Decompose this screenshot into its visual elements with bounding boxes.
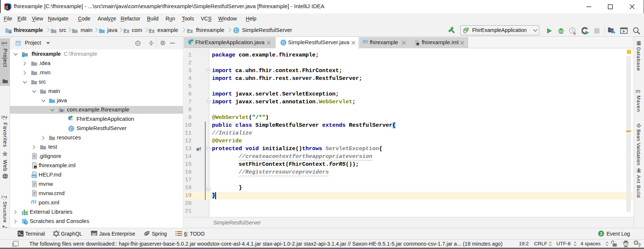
svg-text:C: C <box>70 126 73 131</box>
svg-text:3: 3 <box>600 232 602 236</box>
svg-text:EE: EE <box>92 233 96 236</box>
svg-text:IJ: IJ <box>6 5 8 8</box>
svg-text:C: C <box>282 41 285 45</box>
svg-text:MD: MD <box>32 175 36 178</box>
svg-text:?: ? <box>638 242 641 248</box>
svg-text:C: C <box>235 28 238 33</box>
